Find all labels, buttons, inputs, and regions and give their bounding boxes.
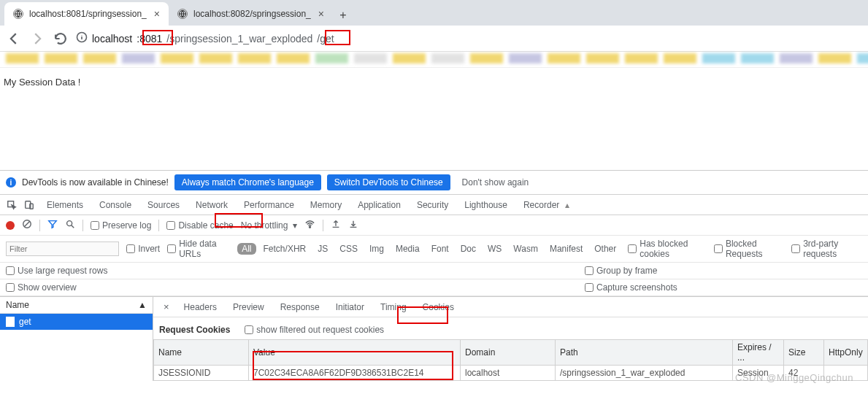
- group-by-frame-checkbox[interactable]: Group by frame: [585, 266, 657, 276]
- filter-type-doc[interactable]: Doc: [456, 243, 480, 255]
- bookmark-item[interactable]: [277, 53, 310, 63]
- bookmark-item[interactable]: [315, 53, 348, 63]
- wifi-icon[interactable]: [304, 219, 315, 232]
- capture-screenshots-checkbox[interactable]: Capture screenshots: [585, 282, 677, 293]
- has-blocked-cookies-checkbox[interactable]: Has blocked cookies: [628, 239, 707, 259]
- show-filtered-out-checkbox[interactable]: show filtered out request cookies: [245, 325, 384, 335]
- filter-type-font[interactable]: Font: [427, 243, 453, 255]
- column-header[interactable]: Value: [249, 340, 461, 366]
- new-tab-button[interactable]: +: [333, 5, 353, 26]
- devtools-tab-network[interactable]: Network: [188, 200, 235, 210]
- cookie-name: JSESSIONID: [154, 366, 249, 381]
- bookmark-item[interactable]: [45, 53, 77, 63]
- close-icon[interactable]: ×: [318, 8, 324, 20]
- detail-tab-cookies[interactable]: Cookies: [415, 302, 461, 312]
- reload-button[interactable]: [53, 31, 69, 47]
- bookmark-item[interactable]: [780, 53, 813, 63]
- disable-cache-checkbox[interactable]: Disable cache: [166, 220, 233, 231]
- bookmark-item[interactable]: [83, 53, 116, 63]
- devtools-tab-elements[interactable]: Elements: [39, 200, 91, 210]
- detail-tab-response[interactable]: Response: [273, 302, 327, 312]
- filter-type-all[interactable]: All: [237, 243, 256, 255]
- bookmark-item[interactable]: [509, 53, 542, 63]
- column-header[interactable]: Size: [784, 340, 824, 366]
- column-header[interactable]: Path: [556, 340, 733, 366]
- column-header[interactable]: Expires / ...: [733, 340, 784, 366]
- bookmark-item[interactable]: [161, 53, 193, 63]
- info-icon[interactable]: [76, 31, 88, 45]
- search-icon[interactable]: [65, 219, 75, 231]
- filter-type-wasm[interactable]: Wasm: [509, 243, 542, 255]
- hide-data-urls-checkbox[interactable]: Hide data URLs: [167, 239, 230, 259]
- close-detail-button[interactable]: ×: [158, 301, 175, 312]
- request-list-header[interactable]: Name▲: [0, 297, 153, 314]
- bookmark-item[interactable]: [625, 53, 658, 63]
- inspect-icon[interactable]: [4, 200, 19, 210]
- dont-show-again-button[interactable]: Don't show again: [456, 174, 535, 190]
- always-match-button[interactable]: Always match Chrome's language: [174, 174, 321, 190]
- filter-type-img[interactable]: Img: [365, 243, 388, 255]
- svg-point-8: [310, 226, 311, 228]
- bookmark-item[interactable]: [6, 53, 39, 63]
- request-item[interactable]: get: [0, 314, 153, 330]
- browser-tab[interactable]: localhost:8082/springsession_ ×: [169, 2, 333, 26]
- blocked-requests-checkbox[interactable]: Blocked Requests: [714, 239, 784, 259]
- clear-icon[interactable]: [22, 219, 32, 231]
- devtools-tab-security[interactable]: Security: [410, 200, 456, 210]
- column-header[interactable]: Name: [154, 340, 249, 366]
- back-button[interactable]: [6, 31, 22, 47]
- filter-type-ws[interactable]: WS: [483, 243, 506, 255]
- filter-type-media[interactable]: Media: [391, 243, 424, 255]
- bookmark-item[interactable]: [354, 53, 387, 63]
- svg-point-7: [67, 221, 72, 226]
- bookmark-item[interactable]: [431, 53, 464, 63]
- browser-tab-active[interactable]: localhost:8081/springsession_ ×: [4, 2, 169, 26]
- filter-type-other[interactable]: Other: [590, 243, 621, 255]
- detail-tab-preview[interactable]: Preview: [226, 302, 272, 312]
- bookmark-item[interactable]: [470, 53, 503, 63]
- large-rows-checkbox[interactable]: Use large request rows: [6, 266, 107, 276]
- bookmark-item[interactable]: [586, 53, 619, 63]
- throttling-select[interactable]: No throttling ▾: [241, 220, 297, 231]
- bookmark-item[interactable]: [238, 53, 271, 63]
- bookmark-item[interactable]: [702, 53, 735, 63]
- filter-type-css[interactable]: CSS: [335, 243, 362, 255]
- bookmark-item[interactable]: [199, 53, 232, 63]
- filter-input[interactable]: [6, 242, 119, 256]
- close-icon[interactable]: ×: [154, 8, 160, 20]
- show-overview-checkbox[interactable]: Show overview: [6, 282, 77, 293]
- bookmark-item[interactable]: [664, 53, 696, 63]
- filter-type-manifest[interactable]: Manifest: [545, 243, 587, 255]
- invert-checkbox[interactable]: Invert: [126, 244, 160, 254]
- detail-tab-initiator[interactable]: Initiator: [329, 302, 372, 312]
- filter-type-fetch-xhr[interactable]: Fetch/XHR: [259, 243, 311, 255]
- filter-type-js[interactable]: JS: [313, 243, 332, 255]
- detail-tab-timing[interactable]: Timing: [373, 302, 414, 312]
- record-button[interactable]: [6, 221, 15, 230]
- devtools-tab-console[interactable]: Console: [92, 200, 139, 210]
- third-party-checkbox[interactable]: 3rd-party requests: [791, 239, 862, 259]
- devtools-tab-performance[interactable]: Performance: [237, 200, 302, 210]
- tab-title: localhost:8082/springsession_: [193, 9, 311, 19]
- column-header[interactable]: HttpOnly: [824, 340, 868, 366]
- device-icon[interactable]: [22, 200, 37, 210]
- detail-tab-headers[interactable]: Headers: [177, 302, 224, 312]
- bookmark-item[interactable]: [122, 53, 155, 63]
- devtools-tab-application[interactable]: Application: [350, 200, 408, 210]
- url-bar[interactable]: localhost:8081/springsession_1_war_explo…: [76, 31, 334, 45]
- column-header[interactable]: Domain: [461, 340, 556, 366]
- bookmark-item[interactable]: [857, 53, 868, 63]
- bookmark-item[interactable]: [741, 53, 774, 63]
- devtools-tab-recorder[interactable]: Recorder: [516, 200, 566, 210]
- filter-icon[interactable]: [47, 219, 58, 231]
- bookmark-item[interactable]: [548, 53, 580, 63]
- devtools-tab-memory[interactable]: Memory: [303, 200, 349, 210]
- preserve-log-checkbox[interactable]: Preserve log: [91, 220, 151, 231]
- switch-language-button[interactable]: Switch DevTools to Chinese: [327, 174, 450, 190]
- devtools-tab-lighthouse[interactable]: Lighthouse: [457, 200, 515, 210]
- bookmark-item[interactable]: [393, 53, 426, 63]
- bookmark-item[interactable]: [818, 53, 851, 63]
- upload-icon[interactable]: [331, 219, 341, 231]
- download-icon[interactable]: [348, 219, 358, 231]
- devtools-tab-sources[interactable]: Sources: [140, 200, 187, 210]
